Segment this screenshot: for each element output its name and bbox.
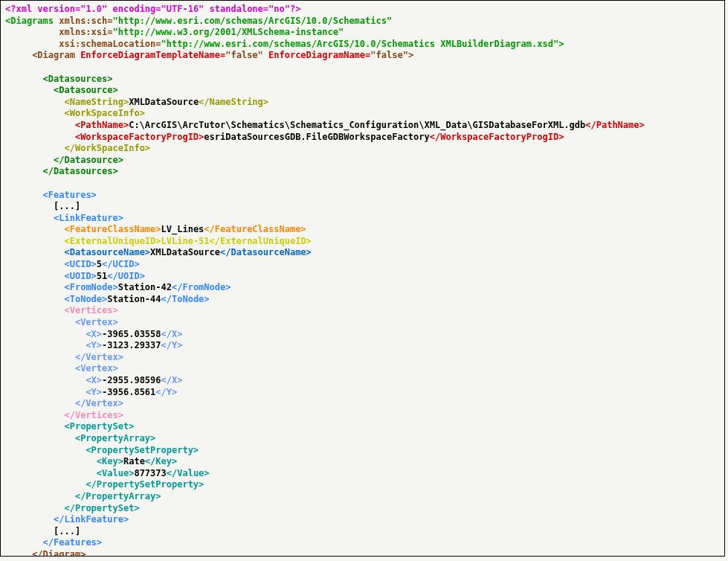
linkfeature-open: <LinkFeature> [54, 213, 123, 223]
features-open: <Features> [43, 190, 97, 200]
datasource-open: <Datasource> [54, 85, 118, 95]
xml-declaration: <?xml version="1.0" encoding="UTF-16" st… [5, 4, 300, 14]
datasources-open: <Datasources> [43, 74, 113, 84]
ellipsis: [...] [54, 201, 80, 211]
diagrams-open: <Diagrams [5, 16, 54, 26]
propertyset-open: <PropertySet> [64, 421, 134, 432]
xml-code-block: <?xml version="1.0" encoding="UTF-16" st… [0, 0, 725, 557]
diagram-close: </Diagram> [32, 549, 86, 557]
vertices-open: <Vertices> [64, 305, 117, 315]
diagram-open: <Diagram [32, 50, 75, 60]
xml-content: <?xml version="1.0" encoding="UTF-16" st… [5, 4, 720, 557]
